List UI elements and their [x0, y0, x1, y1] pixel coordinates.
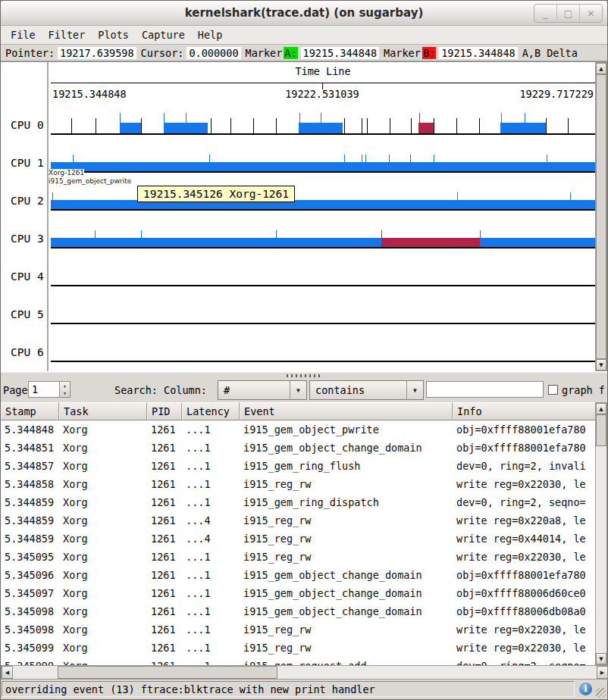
- pointer-value: 19217.639598: [58, 47, 136, 59]
- chevron-down-icon: ▼: [406, 381, 423, 399]
- cpu-label-0: CPU 0: [11, 119, 44, 131]
- scroll-up-icon[interactable]: ▲: [596, 403, 606, 414]
- graph-scrollbar-thumb[interactable]: [596, 74, 606, 359]
- column-select[interactable]: # ▼: [218, 380, 307, 400]
- table-row[interactable]: 5.345096Xorg1261...1i915_gem_object_chan…: [1, 566, 597, 584]
- cell-latency: ...4: [182, 530, 240, 548]
- table-vscrollbar-thumb[interactable]: [596, 414, 606, 446]
- resize-grip-icon[interactable]: [596, 688, 606, 698]
- cpu-row-1[interactable]: [51, 133, 595, 173]
- spin-down-icon[interactable]: ▼: [60, 389, 70, 397]
- timeline-axis: [51, 83, 595, 83]
- cell-stamp: 5.345099: [1, 639, 59, 657]
- marker-b-badge[interactable]: B:: [422, 47, 436, 59]
- event-tick: [456, 118, 457, 133]
- page-spin-buttons[interactable]: ▲▼: [59, 382, 70, 397]
- table-row[interactable]: 5.345099Xorg1261...1i915_reg_rwwrite reg…: [1, 639, 597, 657]
- event-tick: [253, 118, 254, 133]
- cpu-row-4[interactable]: [51, 247, 595, 286]
- page-value: 1: [32, 383, 38, 395]
- event-tick: [164, 113, 165, 133]
- cell-info: dev=0, ring=2, seqno=: [453, 493, 597, 511]
- column-header-latency[interactable]: Latency: [182, 402, 240, 420]
- table-row[interactable]: 5.344859Xorg1261...4i915_reg_rwwrite reg…: [1, 511, 597, 530]
- close-button[interactable]: ✕: [579, 5, 602, 22]
- scroll-down-icon[interactable]: ▼: [596, 653, 606, 664]
- event-tick: [367, 118, 368, 133]
- cpu-row-5[interactable]: [51, 285, 595, 324]
- info-icon[interactable]: i: [579, 683, 592, 695]
- search-query-input[interactable]: [426, 381, 544, 398]
- status-message: overriding event (13) ftrace:blktrace wi…: [2, 681, 575, 697]
- match-select[interactable]: contains ▼: [309, 380, 424, 400]
- table-row[interactable]: 5.345095Xorg1261...1i915_reg_rwwrite reg…: [1, 548, 597, 566]
- table-row[interactable]: 5.344848Xorg1261...1i915_gem_object_pwri…: [1, 420, 597, 439]
- cpu-label-6: CPU 6: [11, 346, 44, 358]
- table-row[interactable]: 5.344859Xorg1261...1i915_gem_ring_dispat…: [1, 493, 597, 511]
- scroll-up-icon[interactable]: ▲: [596, 63, 606, 74]
- cell-event: i915_reg_rw: [240, 475, 453, 493]
- cpu-row-2[interactable]: [51, 171, 595, 211]
- menu-item-capture[interactable]: Capture: [142, 29, 185, 41]
- table-row[interactable]: 5.344859Xorg1261...4i915_reg_rwwrite reg…: [1, 530, 597, 548]
- cpu-row-6[interactable]: [51, 323, 595, 362]
- delta-label: A,B Delta: [522, 47, 578, 59]
- cell-stamp: 5.345097: [1, 584, 59, 602]
- table-hscrollbar[interactable]: ◀ ▶: [1, 665, 608, 680]
- spin-up-icon[interactable]: ▲: [60, 382, 70, 389]
- table-vscrollbar[interactable]: ▲ ▼: [595, 402, 607, 665]
- table-row[interactable]: 5.344858Xorg1261...1i915_reg_rwwrite reg…: [1, 475, 597, 493]
- column-header-task[interactable]: Task: [59, 402, 147, 420]
- table-hscrollbar-thumb[interactable]: [58, 666, 277, 679]
- menu-item-filter[interactable]: Filter: [49, 29, 86, 41]
- info-bar: Pointer: 19217.639598 Cursor: 0.000000 M…: [1, 45, 607, 61]
- graph-follows-checkbox[interactable]: [548, 385, 558, 395]
- table-row[interactable]: 5.345099Xorg1261...1i915_gem_request_add…: [1, 657, 597, 665]
- scroll-right-icon[interactable]: ▶: [597, 666, 608, 679]
- event-tick: [299, 113, 300, 133]
- menu-item-help[interactable]: Help: [198, 29, 223, 41]
- cpu-label-column: [1, 62, 49, 371]
- graph-scrollbar[interactable]: ▲ ▼: [595, 62, 607, 371]
- column-header-pid[interactable]: PID: [147, 402, 182, 420]
- marker-a-badge[interactable]: A:: [284, 47, 297, 59]
- graph-panel: Time Line 19215.344848 19222.531039 1922…: [1, 61, 607, 379]
- scroll-down-icon[interactable]: ▼: [596, 359, 606, 370]
- cpu-row-0[interactable]: [51, 95, 595, 135]
- page-spinbox[interactable]: 1 ▲▼: [28, 381, 71, 398]
- cell-info: write reg=0x22030, le: [453, 639, 597, 657]
- cell-info: obj=0xffff88001efa780: [453, 566, 597, 584]
- status-bar: overriding event (13) ftrace:blktrace wi…: [1, 680, 607, 699]
- cell-stamp: 5.344859: [1, 493, 59, 511]
- event-tick: [344, 118, 345, 133]
- event-tick: [276, 230, 277, 247]
- table-row[interactable]: 5.344857Xorg1261...1i915_gem_ring_flushd…: [1, 457, 597, 475]
- cell-latency: ...1: [182, 420, 240, 439]
- cpu-0-segment: [418, 123, 434, 133]
- menu-item-plots[interactable]: Plots: [98, 29, 129, 41]
- column-header-stamp[interactable]: Stamp: [1, 402, 59, 420]
- table-row[interactable]: 5.345097Xorg1261...1i915_gem_object_chan…: [1, 584, 597, 602]
- app-window: kernelshark(trace.dat) (on sugarbay) _ □…: [0, 0, 608, 700]
- column-select-value: #: [218, 381, 290, 399]
- minimize-button[interactable]: _: [534, 5, 556, 22]
- column-header-info[interactable]: Info: [453, 402, 597, 420]
- table-row[interactable]: 5.345098Xorg1261...1i915_gem_object_chan…: [1, 602, 597, 620]
- table-row[interactable]: 5.344851Xorg1261...1i915_gem_object_chan…: [1, 439, 597, 457]
- marker-b-value: 19215.344848: [439, 47, 518, 59]
- graph-tooltip: 19215.345126 Xorg-1261: [137, 186, 295, 202]
- scroll-left-icon[interactable]: ◀: [2, 666, 13, 679]
- cpu-row-3[interactable]: [51, 209, 595, 248]
- cell-pid: 1261: [147, 511, 182, 530]
- cell-latency: ...1: [182, 639, 240, 657]
- cell-event: i915_gem_ring_dispatch: [240, 493, 453, 511]
- maximize-button[interactable]: □: [556, 5, 579, 22]
- menu-item-file[interactable]: File: [11, 29, 36, 41]
- cell-latency: ...1: [182, 602, 240, 620]
- event-tick: [141, 118, 142, 133]
- cell-task: Xorg: [59, 511, 147, 530]
- column-header-event[interactable]: Event: [240, 402, 453, 420]
- cell-task: Xorg: [59, 548, 147, 566]
- event-tick: [52, 192, 53, 209]
- table-row[interactable]: 5.345098Xorg1261...1i915_reg_rwwrite reg…: [1, 620, 597, 639]
